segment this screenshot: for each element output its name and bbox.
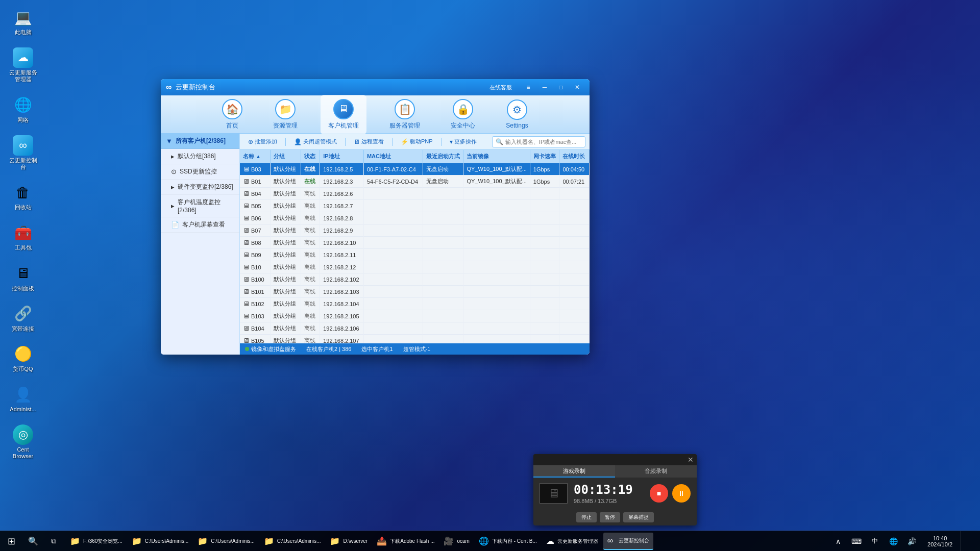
minimize-button[interactable]: ─ bbox=[537, 82, 552, 92]
toolbox-label: 工具包 bbox=[15, 244, 32, 251]
table-row[interactable]: 🖥B101 默认分组 离线 192.168.2.103 bbox=[240, 286, 590, 298]
show-desktop-button[interactable] bbox=[961, 531, 976, 552]
nav-item-home[interactable]: 🏠 首页 bbox=[214, 95, 250, 134]
resource-nav-icon: 📁 bbox=[275, 99, 296, 119]
taskbar-app-adminis2[interactable]: 📁 C:\Users\Adminis... bbox=[193, 533, 259, 550]
cell-ip: 192.168.2.8 bbox=[320, 212, 364, 224]
super-mode-button[interactable]: 👤 关闭超管模式 bbox=[290, 136, 341, 147]
table-row[interactable]: 🖥B104 默认分组 离线 192.168.2.106 bbox=[240, 322, 590, 335]
capture-button[interactable]: 屏幕捕捉 bbox=[623, 512, 654, 522]
cell-name: 🖥B06 bbox=[240, 212, 270, 224]
taskbar-app-adobe[interactable]: 📥 下载Adobe Flash ... bbox=[373, 533, 438, 550]
sidebar-item-all[interactable]: ▼ 所有客户机[2/386] bbox=[161, 134, 239, 149]
close-button[interactable]: ✕ bbox=[570, 82, 584, 92]
remote-view-button[interactable]: 🖥 远程查看 bbox=[350, 136, 388, 147]
table-row[interactable]: 🖥B06 默认分组 离线 192.168.2.8 bbox=[240, 212, 590, 224]
cell-mirror bbox=[463, 224, 530, 237]
taskbar-app-dwserver[interactable]: 📁 D:\wserver bbox=[326, 533, 372, 550]
tray-sound-icon[interactable]: 🔊 bbox=[904, 531, 919, 552]
taskbar-app-cloud-console[interactable]: ∞ 云更新控制台 bbox=[603, 533, 653, 550]
cell-status: 离线 bbox=[301, 286, 320, 298]
desktop-icon-centbrowser[interactable]: ◎ CentBrowser bbox=[5, 422, 41, 462]
pause-recording-button[interactable]: ⏸ bbox=[672, 484, 691, 503]
sidebar-item-screen[interactable]: 📄 客户机屏幕查看 bbox=[161, 217, 239, 233]
table-row[interactable]: 🖥B09 默认分组 离线 192.168.2.11 bbox=[240, 249, 590, 261]
recording-tab-audio[interactable]: 音频录制 bbox=[615, 465, 697, 478]
desktop-icon-cloud-service[interactable]: ☁ 云更新服务管理器 bbox=[5, 45, 41, 85]
task-view-button[interactable]: ⧉ bbox=[43, 531, 64, 552]
cell-boot bbox=[423, 188, 463, 200]
table-row[interactable]: 🖥B103 默认分组 离线 192.168.2.105 bbox=[240, 310, 590, 322]
desktop-icon-network-conn[interactable]: 🔗 宽带连接 bbox=[5, 302, 41, 334]
nav-item-security[interactable]: 🔒 安全中心 bbox=[443, 95, 483, 134]
all-toggle-icon: ▼ bbox=[166, 137, 173, 145]
desktop-icon-recycle[interactable]: 🗑 回收站 bbox=[5, 180, 41, 213]
recording-tab-game[interactable]: 游戏录制 bbox=[533, 465, 615, 478]
col-header-mirror[interactable]: 当前镜像 bbox=[463, 150, 530, 163]
table-row[interactable]: 🖥B102 默认分组 离线 192.168.2.104 bbox=[240, 298, 590, 310]
tray-up-arrow[interactable]: ∧ bbox=[830, 531, 846, 552]
col-header-status[interactable]: 状态 bbox=[301, 150, 320, 163]
batch-add-button[interactable]: ⊕ 批量添加 bbox=[244, 136, 281, 147]
tray-lang-icon[interactable]: 中 bbox=[867, 531, 883, 552]
table-row[interactable]: 🖥B105 默认分组 离线 192.168.2.107 bbox=[240, 335, 590, 344]
search-input[interactable] bbox=[505, 139, 582, 145]
table-row[interactable]: 🖥B08 默认分组 离线 192.168.2.10 bbox=[240, 237, 590, 249]
recording-controls: ■ ⏸ bbox=[650, 484, 691, 503]
table-row[interactable]: 🖥B04 默认分组 离线 192.168.2.6 bbox=[240, 188, 590, 200]
table-row[interactable]: 🖥B100 默认分组 离线 192.168.2.102 bbox=[240, 273, 590, 286]
start-button[interactable]: ⊞ bbox=[0, 531, 23, 552]
desktop-icon-pc[interactable]: 💻 此电脑 bbox=[5, 5, 41, 38]
taskbar-search-button[interactable]: 🔍 bbox=[23, 531, 43, 552]
tray-network-icon[interactable]: 🌐 bbox=[886, 531, 901, 552]
taskbar-app-ocam[interactable]: 🎥 ocam bbox=[439, 533, 473, 550]
tray-keyboard-icon[interactable]: ⌨ bbox=[849, 531, 864, 552]
col-header-time[interactable]: 在线时长 bbox=[559, 150, 590, 163]
col-header-ip[interactable]: IP地址 bbox=[320, 150, 364, 163]
table-row[interactable]: 🖥B03 默认分组 在线 192.168.2.5 00-F1-F3-A7-02-… bbox=[240, 163, 590, 176]
sidebar-item-ssd[interactable]: ⊙ SSD更新监控 bbox=[161, 164, 239, 180]
stop-label-button[interactable]: 停止 bbox=[576, 512, 597, 522]
sidebar-item-default-group[interactable]: ▸ 默认分组[386] bbox=[161, 149, 239, 164]
col-header-mac[interactable]: MAC地址 bbox=[363, 150, 423, 163]
cell-speed bbox=[530, 261, 559, 273]
nav-item-settings[interactable]: ⚙ Settings bbox=[498, 95, 535, 133]
stop-recording-button[interactable]: ■ bbox=[650, 484, 668, 503]
desktop-icon-network[interactable]: 🌐 网络 bbox=[5, 93, 41, 126]
col-header-boot[interactable]: 最近启动方式 bbox=[423, 150, 463, 163]
hardware-toggle-icon: ▸ bbox=[171, 183, 175, 191]
table-row[interactable]: 🖥B05 默认分组 离线 192.168.2.7 bbox=[240, 200, 590, 212]
window-help-link[interactable]: 在线客服 bbox=[489, 84, 512, 91]
col-header-name[interactable]: 名称 ▲ bbox=[240, 150, 270, 163]
desktop-icon-admin[interactable]: 👤 Administ... bbox=[5, 382, 41, 415]
nav-item-resource[interactable]: 📁 资源管理 bbox=[265, 95, 305, 134]
toolbar-search-box[interactable]: 🔍 bbox=[492, 136, 585, 147]
recording-close-button[interactable]: ✕ bbox=[688, 456, 694, 464]
maximize-button[interactable]: □ bbox=[554, 82, 568, 92]
desktop-icon-toolbox[interactable]: 🧰 工具包 bbox=[5, 220, 41, 253]
taskbar-app-centb[interactable]: 🌐 下载内容 - Cent B... bbox=[475, 533, 541, 550]
drive-pnp-button[interactable]: ⚡ 驱动PNP bbox=[397, 136, 437, 147]
table-row[interactable]: 🖥B01 默认分组 在线 192.168.2.3 54-F6-C5-F2-CD-… bbox=[240, 176, 590, 188]
taskbar-app-explorer[interactable]: 📁 F:\360安全浏览... bbox=[66, 533, 127, 550]
desktop-icon-qqcoin[interactable]: 🟡 货币QQ bbox=[5, 342, 41, 374]
nav-item-server[interactable]: 📋 服务器管理 bbox=[382, 95, 428, 134]
taskbar-app-adminis3[interactable]: 📁 C:\Users\Adminis... bbox=[260, 533, 325, 550]
col-header-group[interactable]: 分组 bbox=[270, 150, 301, 163]
table-row[interactable]: 🖥B07 默认分组 离线 192.168.2.9 bbox=[240, 224, 590, 237]
cell-mirror bbox=[463, 273, 530, 286]
taskbar-app-cloud-mgr[interactable]: ☁ 云更新服务管理器 bbox=[542, 533, 602, 550]
sidebar-item-hardware[interactable]: ▸ 硬件变更监控[2/386] bbox=[161, 180, 239, 195]
pause-label-button[interactable]: 暂停 bbox=[600, 512, 620, 522]
more-ops-button[interactable]: ▾ 更多操作 bbox=[446, 136, 481, 147]
desktop-icon-control-panel[interactable]: 🖥 控制面板 bbox=[5, 261, 41, 294]
desktop-icon-cloud-console[interactable]: ∞ 云更新控制台 bbox=[5, 133, 41, 172]
col-header-speed[interactable]: 网卡速率 bbox=[530, 150, 559, 163]
taskbar-clock[interactable]: 10:40 2024/10/2 bbox=[922, 531, 958, 552]
menu-button[interactable]: ≡ bbox=[521, 82, 535, 92]
sidebar-item-temp[interactable]: ▸ 客户机温度监控[2/386] bbox=[161, 195, 239, 217]
cell-name: 🖥B100 bbox=[240, 273, 270, 286]
table-row[interactable]: 🖥B10 默认分组 离线 192.168.2.12 bbox=[240, 261, 590, 273]
nav-item-client[interactable]: 🖥 客户机管理 bbox=[321, 95, 366, 134]
taskbar-app-adminis1[interactable]: 📁 C:\Users\Adminis... bbox=[128, 533, 193, 550]
